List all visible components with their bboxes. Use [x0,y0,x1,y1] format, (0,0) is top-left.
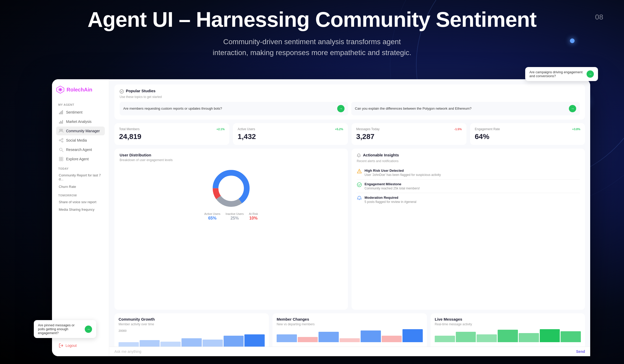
sidebar-item-explore-agent[interactable]: Explore Agent [56,155,105,163]
stat-change-2: -1.5% [454,128,462,131]
svg-rect-20 [59,157,61,159]
tomorrow-item-1[interactable]: Media Sharing frequncy [56,206,105,213]
svg-point-31 [357,183,361,187]
legend-atrisk-label: At Risk [249,212,258,215]
legend-inactive-value: 25% [226,216,244,221]
svg-rect-5 [61,111,62,114]
sidebar-item-social-label: Social Media [66,138,87,142]
stat-change-3: +3.8% [572,128,581,131]
logout-label: Logout [66,343,77,348]
sidebar-item-explore-label: Explore Agent [66,157,89,161]
live-messages-desc: Real-time message activity [435,322,581,326]
mini-chart-growth [119,334,265,347]
sentiment-icon [59,110,63,115]
check-circle-icon [357,182,362,187]
sidebar: RolechAin My Agent Sentiment Market Anal… [52,79,109,356]
studies-icon [120,89,124,94]
stat-label-1: Active Users [238,127,255,131]
svg-point-12 [61,129,63,131]
my-agent-label: My Agent [58,103,105,106]
donut-container: Active Users 65% Inactive Users 25% At R… [120,165,343,223]
donut-chart [210,168,252,209]
insight-2: Moderation Required 5 posts flagged for … [357,193,580,206]
distribution-desc: Breakdown of user engagement levels [120,158,343,162]
input-placeholder[interactable]: Ask me anything [114,349,141,354]
social-icon [59,138,63,143]
tomorrow-item-0[interactable]: Share of voice sov report [56,198,105,206]
stat-label-2: Messages Today [356,127,380,131]
svg-line-16 [61,140,62,140]
sidebar-item-community-manager[interactable]: Community Manager [56,127,105,135]
chat-bubble-top-text: Are campaigns driving engagement and con… [529,70,584,78]
stat-value-2: 3,287 [356,133,462,141]
warning-icon [357,169,362,174]
chat-bubble-bottom[interactable]: Are pinned messages or polls getting eno… [34,320,96,338]
stat-card-2: Messages Today -1.5% 3,287 [352,123,466,145]
legend-active-label: Active Users [204,212,220,215]
logo-text: RolechAin [67,87,92,93]
insight-title-0: High Risk User Detected [365,169,441,173]
middle-row: User Distribution Breakdown of user enga… [114,149,585,310]
tomorrow-label: Tomorrow [58,194,105,197]
send-button[interactable]: Send [576,349,585,354]
legend-inactive: Inactive Users 25% [226,212,244,221]
live-messages-card: Live Messages Real-time message activity [431,313,585,351]
insight-content-1: Engagement Milestone Community reached 2… [365,182,420,190]
mini-chart-messages [435,329,581,342]
insight-content-2: Moderation Required 5 posts flagged for … [365,196,416,204]
popular-studies-title: Popular Studies [126,89,155,93]
sidebar-item-research-agent[interactable]: Research Agent [56,145,105,154]
explore-icon [59,157,63,161]
market-icon [59,119,63,124]
member-changes-title: Member Changes [277,317,423,321]
live-messages-title: Live Messages [435,317,581,321]
stat-card-1: Active Users +5.2% 1,432 [233,123,348,145]
stat-label-3: Engagement Rate [475,127,500,131]
study-card-0[interactable]: Are members requesting custom reports or… [120,102,348,115]
sidebar-item-sentiment[interactable]: Sentiment [56,108,105,117]
logo-icon [56,85,64,94]
chat-bubble-top-arrow[interactable]: → [587,70,594,78]
study-arrow-0[interactable]: → [337,105,344,112]
stat-value-1: 1,432 [238,133,343,141]
svg-line-19 [62,150,63,152]
svg-point-13 [59,140,61,141]
chat-bubble-bottom-arrow[interactable]: → [85,326,92,333]
stat-value-3: 64% [475,133,580,141]
svg-rect-9 [61,121,62,124]
community-growth-desc: Member activity over time [119,322,265,326]
stat-change-1: +5.2% [335,128,343,131]
chat-bubble-top[interactable]: Are campaigns driving engagement and con… [525,67,598,81]
sidebar-item-market-analysis[interactable]: Market Analysis [56,117,105,126]
page-subtitle: Community-driven sentiment analysis tran… [208,36,416,58]
insight-content-0: High Risk User Detected User 'JohnDoe' h… [365,169,441,177]
svg-rect-4 [60,112,61,114]
today-item-0[interactable]: Community Report for last 7 d... [56,172,105,183]
study-text-1: Can you explain the differences between … [355,106,472,111]
app-container: RolechAin My Agent Sentiment Market Anal… [52,79,590,356]
logout-button[interactable]: Logout [56,341,105,350]
svg-point-15 [62,141,63,142]
stat-change-0: +2.1% [217,128,225,131]
donut-legend: Active Users 65% Inactive Users 25% At R… [204,212,258,221]
svg-line-17 [61,141,62,141]
svg-point-14 [62,138,63,140]
svg-rect-23 [61,159,63,161]
header-section: Agent UI – Harnessing Community Sentimen… [0,8,624,58]
community-growth-title: Community Growth [119,317,265,321]
sidebar-item-social-media[interactable]: Social Media [56,136,105,145]
study-card-1[interactable]: Can you explain the differences between … [351,102,580,115]
mini-chart-members [277,329,423,342]
study-arrow-1[interactable]: → [569,105,576,112]
bottom-cards-row: Community Growth Member activity over ti… [114,313,585,351]
insights-title: Actionable Insights [363,153,399,157]
legend-active: Active Users 65% [204,212,220,221]
legend-atrisk-value: 10% [249,216,258,221]
stat-card-0: Total Members +2.1% 24,819 [114,123,229,145]
insights-card: Actionable Insights Recent alerts and no… [352,149,585,310]
sidebar-item-community-label: Community Manager [66,129,100,133]
today-item-1[interactable]: Churn Rate [56,183,105,190]
sidebar-bottom: Logout [56,341,105,350]
legend-active-value: 65% [204,216,220,221]
insight-1: Engagement Milestone Community reached 2… [357,180,580,193]
